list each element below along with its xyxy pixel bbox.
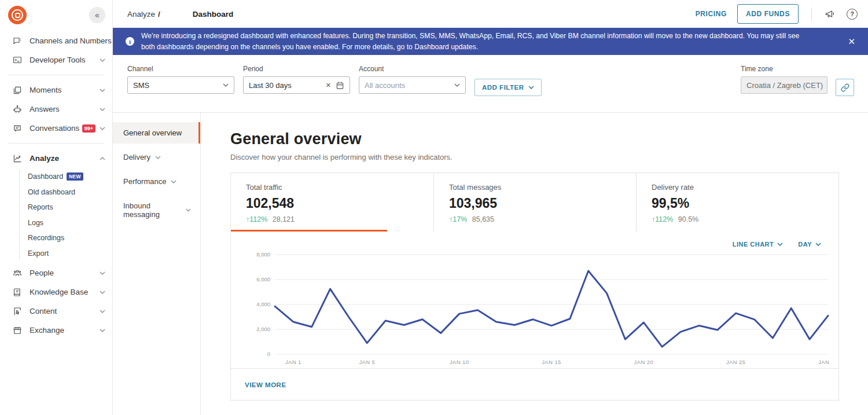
banner-close-icon[interactable]: ✕ <box>848 36 855 47</box>
add-filter-button[interactable]: ADD FILTER <box>475 79 542 96</box>
subnav-item-performance[interactable]: Performance <box>116 171 197 192</box>
metric-total-messages[interactable]: Total messages 103,965 ↑17% 85,635 <box>433 173 636 232</box>
topbar: Analyze/Dashboard PRICING ADD FUNDS ? <box>113 0 868 28</box>
overview-card: Total traffic 102,548 ↑112% 28,121 Total… <box>230 172 839 401</box>
chevron-down-icon <box>171 180 176 183</box>
timezone-value: Croatia / Zagreb (CET) <box>746 81 823 90</box>
sidebar-item-knowledge-base[interactable]: Knowledge Base <box>0 282 112 302</box>
subnav-label: Inbound messaging <box>123 201 181 219</box>
channel-select[interactable]: SMS <box>127 76 234 94</box>
clear-icon[interactable]: ✕ <box>326 82 331 89</box>
primary-sidebar: « Channels and Numbers Developer Tools <box>0 0 113 415</box>
chart-section: LINE CHART DAY 02,0004,0006,0008,000JAN … <box>231 232 838 368</box>
breadcrumb-separator: / <box>158 10 160 19</box>
account-select[interactable]: All accounts <box>359 76 466 94</box>
sidebar-item-developer-tools[interactable]: Developer Tools <box>0 50 112 69</box>
sidebar-item-channels-and-numbers[interactable]: Channels and Numbers <box>0 31 112 50</box>
channel-value: SMS <box>133 81 149 90</box>
sidebar-item-label: Channels and Numbers <box>30 36 112 45</box>
delta-secondary: 28,121 <box>273 215 295 223</box>
sidebar-item-content[interactable]: Content <box>0 302 112 321</box>
metric-total-traffic[interactable]: Total traffic 102,548 ↑112% 28,121 <box>231 173 433 232</box>
delta-percent: ↑112% <box>246 215 267 223</box>
chevron-down-icon <box>186 208 191 212</box>
svg-text:JAN 25: JAN 25 <box>726 359 746 365</box>
delta-secondary: 85,635 <box>472 215 494 223</box>
sidebar-subitem-export[interactable]: Export <box>0 246 112 262</box>
unread-count-badge: 99+ <box>82 124 95 133</box>
sidebar-item-moments[interactable]: Moments <box>0 80 112 100</box>
view-more-link[interactable]: VIEW MORE <box>245 381 286 388</box>
svg-text:8,000: 8,000 <box>256 251 270 258</box>
svg-text:0: 0 <box>267 351 270 357</box>
subitem-label: Dashboard <box>28 172 63 181</box>
granularity-dropdown[interactable]: DAY <box>798 241 821 248</box>
add-filter-label: ADD FILTER <box>482 84 524 91</box>
sidebar-item-analyze[interactable]: Analyze <box>0 149 112 168</box>
timezone-label: Time zone <box>741 65 827 73</box>
line-chart-icon <box>12 153 23 164</box>
traffic-chart: 02,0004,0006,0008,000JAN 1JAN 5JAN 10JAN… <box>244 249 832 368</box>
svg-text:JAN 30: JAN 30 <box>818 359 832 365</box>
breadcrumb-section[interactable]: Analyze <box>127 10 155 19</box>
book-icon <box>12 287 23 298</box>
period-label: Period <box>243 65 350 73</box>
account-filter: Account All accounts <box>359 65 466 94</box>
calendar-icon[interactable] <box>336 81 344 90</box>
channel-label: Channel <box>127 65 234 73</box>
sidebar-item-label: Developer Tools <box>30 56 86 64</box>
divider <box>8 143 104 144</box>
content-cursor-icon <box>12 306 23 317</box>
metric-delta: ↑112% 90.5% <box>652 215 825 223</box>
subnav-item-general-overview[interactable]: General overview <box>113 122 200 144</box>
chevron-down-icon <box>815 243 821 246</box>
sidebar-item-exchange[interactable]: Exchange <box>0 321 112 340</box>
chart-type-dropdown[interactable]: LINE CHART <box>733 241 784 248</box>
add-funds-button[interactable]: ADD FUNDS <box>737 4 799 24</box>
chevron-down-icon <box>777 243 783 246</box>
subnav-label: General overview <box>123 128 182 137</box>
infobip-logo-icon[interactable] <box>8 6 27 24</box>
sidebar-collapse-button[interactable]: « <box>89 7 105 23</box>
metric-value: 103,965 <box>449 196 622 211</box>
metric-label: Delivery rate <box>652 183 825 192</box>
analyze-submenu: Dashboard NEW Old dashboard Reports Logs… <box>0 168 112 263</box>
chevron-down-icon <box>100 271 105 275</box>
metric-delivery-rate[interactable]: Delivery rate 99,5% ↑112% 90.5% <box>636 173 838 232</box>
pricing-link[interactable]: PRICING <box>696 10 727 18</box>
sidebar-item-conversations[interactable]: Conversations 99+ <box>0 119 112 138</box>
period-input[interactable]: Last 30 days ✕ <box>243 76 350 94</box>
people-icon <box>12 268 23 278</box>
account-label: Account <box>359 65 466 73</box>
sidebar-subitem-recordings[interactable]: Recordings <box>0 230 112 246</box>
subitem-label: Old dashboard <box>28 188 75 196</box>
sidebar-item-answers[interactable]: Answers <box>0 100 112 119</box>
timezone-input: Croatia / Zagreb (CET) <box>741 76 827 94</box>
svg-text:6,000: 6,000 <box>256 276 270 282</box>
period-filter: Period Last 30 days ✕ <box>243 65 350 94</box>
subitem-label: Export <box>28 249 49 258</box>
sidebar-item-label: Knowledge Base <box>30 288 88 296</box>
help-icon[interactable]: ? <box>847 9 858 20</box>
sidebar-subitem-dashboard[interactable]: Dashboard NEW <box>0 169 112 185</box>
metric-value: 99,5% <box>652 196 825 211</box>
sidebar-subitem-logs[interactable]: Logs <box>0 215 112 231</box>
sidebar-item-people[interactable]: People <box>0 263 112 282</box>
sidebar-item-label: Exchange <box>30 326 64 335</box>
sidebar-subitem-reports[interactable]: Reports <box>0 200 112 215</box>
chevron-down-icon <box>100 58 105 62</box>
copy-link-button[interactable] <box>836 79 854 96</box>
page-title: General overview <box>230 130 839 148</box>
subnav-item-inbound-messaging[interactable]: Inbound messaging <box>116 195 197 225</box>
svg-text:JAN 1: JAN 1 <box>285 359 301 365</box>
subitem-label: Recordings <box>28 234 64 242</box>
subnav-item-delivery[interactable]: Delivery <box>116 146 197 168</box>
sidebar-item-label: Moments <box>30 86 62 94</box>
svg-text:JAN 10: JAN 10 <box>450 359 469 365</box>
announcements-megaphone-icon[interactable] <box>825 8 836 20</box>
chevron-up-icon <box>100 157 105 160</box>
sidebar-subitem-old-dashboard[interactable]: Old dashboard <box>0 185 112 200</box>
sidebar-item-label: Analyze <box>30 154 59 163</box>
chevron-down-icon <box>100 310 105 313</box>
chat-bubble-icon <box>12 36 23 46</box>
